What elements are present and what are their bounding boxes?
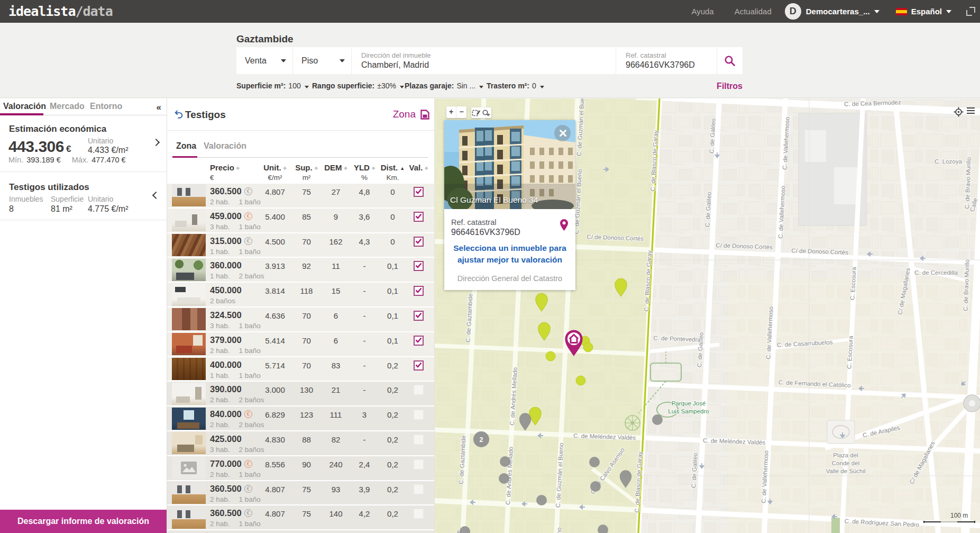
map-dot-inactive[interactable] (500, 456, 510, 467)
listing-thumbnail (172, 531, 206, 533)
tab-zona[interactable]: Zona (176, 141, 196, 151)
back-icon[interactable] (174, 110, 184, 119)
map-dot-inactive[interactable] (499, 473, 509, 484)
column-header-unit[interactable]: Unit.◆€/m² (259, 163, 291, 182)
valuation-checkbox[interactable] (414, 237, 424, 247)
language-menu[interactable]: Español (896, 7, 951, 16)
property-type-select[interactable]: Piso (293, 47, 352, 74)
table-row[interactable]: 390.0002 hab.2 baños3.00013021-0,2 (167, 382, 434, 405)
listing-details: 2 hab.1 baño (210, 520, 268, 528)
surface-value: 130 (291, 385, 322, 394)
filter-garage[interactable]: Plazas garaje:Sin ... (405, 82, 483, 90)
map-dot-inactive[interactable] (589, 457, 600, 467)
column-header-dist[interactable]: Dist.▲Km. (379, 163, 407, 182)
valuation-checkbox[interactable] (414, 336, 424, 346)
valuation-checkbox[interactable] (414, 410, 424, 420)
witnesses-unitario: Unitario 4.775 €/m² (88, 195, 128, 214)
listing-details: 2 hab.1 baño (210, 347, 268, 355)
valuation-checkbox[interactable] (414, 360, 424, 371)
unit-price-value: 6.829 (259, 410, 291, 419)
table-row[interactable]: 324.5003 hab.1 baño4.636706-0,1 (167, 308, 434, 331)
select-property-cta[interactable]: Selecciona un inmueble para ajustar mejo… (448, 242, 572, 266)
map[interactable]: C. de GaztambideC. de GaztambideC. de Ga… (435, 98, 980, 533)
page-title: Gaztambide (236, 33, 294, 45)
price-value: 360.000 (210, 260, 242, 270)
valuation-checkbox[interactable] (414, 385, 424, 395)
table-row[interactable]: 425.0003 hab.2 baños4.8308882-0,2 (167, 431, 434, 455)
valuation-sidebar: Valoración Mercado Entorno « Estimación … (0, 98, 167, 533)
listing-thumbnail (172, 507, 206, 529)
filter-storage[interactable]: Trastero m²:0 (487, 82, 544, 90)
valuation-checkbox[interactable] (414, 212, 424, 222)
valuation-checkbox[interactable] (414, 187, 424, 197)
tab-mercado[interactable]: Mercado (50, 102, 85, 111)
listing-details: 2 hab.1 baño (210, 471, 268, 478)
column-header-sup[interactable]: Sup.◆m² (291, 163, 322, 182)
map-dot-inactive[interactable] (590, 481, 601, 492)
witnesses-inmuebles: Inmuebles 8 (9, 195, 43, 214)
table-row[interactable]: 360.500€2 hab.1 baño4.80775933,90,2 (167, 481, 434, 505)
tab-valoracion-panel[interactable]: Valoración (204, 141, 246, 151)
gps-locate-icon[interactable] (954, 107, 964, 117)
estimation-detail-chevron[interactable] (152, 139, 160, 146)
save-zone-action[interactable]: Zona (393, 109, 429, 120)
table-row[interactable]: 459.000€3 hab.1 baño5.4008593,60 (167, 209, 434, 232)
table-row[interactable]: 840.000€2 hab.2 baños6.82912311130,2 (167, 406, 434, 430)
table-row[interactable]: 360.500€2 hab.1 baño4.80775274,80 (167, 184, 434, 207)
operation-select[interactable]: Venta (236, 47, 293, 74)
filter-surface-range[interactable]: Rango superficie:±30% (312, 82, 404, 90)
zoom-area-icon[interactable] (482, 109, 491, 117)
collapse-sidebar-icon[interactable]: « (157, 102, 160, 113)
news-link[interactable]: Actualidad (735, 7, 772, 16)
table-row[interactable]: 360.0001 hab.2 baños3.9139211-0,1 (167, 258, 434, 282)
zoom-out-button[interactable]: − (456, 106, 466, 118)
demand-value: 83 (322, 361, 350, 370)
tab-valoracion[interactable]: Valoración (3, 102, 46, 111)
table-row[interactable]: 379.0002 hab.1 baño5.414706-0,1 (167, 332, 434, 356)
map-dot-listing[interactable] (576, 376, 585, 385)
table-row[interactable]: 450.0002 baños3.81411815-0,1 (167, 283, 434, 306)
user-menu[interactable]: D Democarteras_... (785, 3, 880, 20)
valuation-checkbox[interactable] (414, 459, 424, 469)
expand-window-icon[interactable] (966, 7, 975, 16)
table-row[interactable]: 315.000€1 hab.1 baño4.500701624,30 (167, 233, 434, 257)
tab-entorno[interactable]: Entorno (90, 102, 122, 111)
valuation-checkbox[interactable] (414, 311, 424, 321)
column-header-yld[interactable]: YLD◆% (350, 163, 379, 182)
cadastral-ref-field[interactable]: Ref. catastral 9664616VK3796D (616, 47, 717, 74)
close-icon[interactable] (554, 125, 571, 141)
table-row[interactable] (167, 530, 434, 533)
search-button[interactable] (717, 47, 743, 74)
table-row[interactable]: 360.500€2 hab.1 baño4.807751404,20,2 (167, 505, 434, 529)
help-link[interactable]: Ayuda (691, 7, 713, 16)
map-dot-listing[interactable] (546, 351, 555, 361)
yield-value: 3,9 (350, 485, 379, 494)
idealista-data-logo[interactable]: idealista/data (8, 4, 113, 19)
location-pin-icon[interactable] (560, 219, 569, 231)
table-row[interactable]: 400.0001 hab.1 baño5.7147083-0,2 (167, 357, 434, 381)
zoom-in-button[interactable]: + (446, 106, 456, 118)
filter-surface[interactable]: Superficie m²:100 (236, 82, 309, 90)
valuation-checkbox[interactable] (414, 286, 424, 296)
draw-area-icon[interactable] (472, 109, 481, 117)
column-header-dem[interactable]: DEM◆ (322, 163, 350, 182)
map-menu-icon[interactable] (967, 107, 975, 114)
spain-flag-icon (896, 8, 907, 15)
valuation-checkbox[interactable] (414, 484, 424, 494)
price-drop-icon: € (244, 509, 252, 517)
map-dot-inactive[interactable] (652, 414, 663, 425)
map-dot-listing[interactable] (583, 342, 593, 352)
demand-value: 93 (322, 485, 350, 494)
address-field[interactable]: Dirección del inmueble Chamberí, Madrid (352, 47, 616, 74)
table-row[interactable]: 770.000€2 hab.1 baño8.556902402,40,2 (167, 456, 434, 480)
valuation-checkbox[interactable] (414, 261, 424, 271)
map-dot-inactive[interactable] (536, 495, 547, 505)
yield-value: 3,6 (350, 212, 379, 221)
unit-price-value: 3.000 (259, 385, 291, 394)
column-header-val[interactable]: Val.◆ (404, 163, 434, 182)
download-report-button[interactable]: Descargar informe de valoración (0, 510, 167, 533)
valuation-checkbox[interactable] (414, 509, 424, 519)
filters-link[interactable]: Filtros (717, 82, 743, 91)
witnesses-collapse-chevron[interactable] (152, 192, 160, 199)
valuation-checkbox[interactable] (414, 435, 424, 445)
